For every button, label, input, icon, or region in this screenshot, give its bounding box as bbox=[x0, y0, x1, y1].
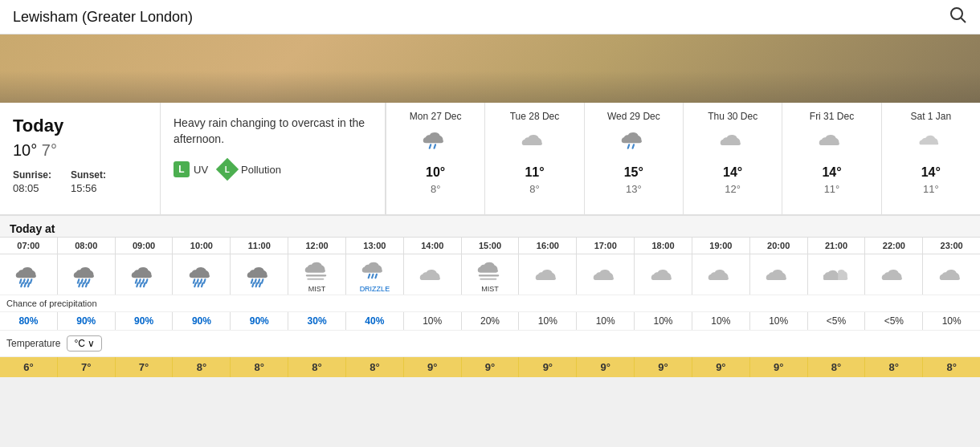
svg-line-23 bbox=[146, 279, 147, 282]
hourly-weather-icon bbox=[0, 254, 57, 295]
svg-line-21 bbox=[139, 279, 140, 282]
hourly-weather-icon bbox=[116, 254, 173, 295]
svg-line-24 bbox=[137, 283, 137, 286]
svg-line-10 bbox=[22, 283, 22, 286]
forecast-day-3: Thu 30 Dec 14° 12° bbox=[683, 103, 782, 214]
forecast-low-temp: 11° bbox=[923, 183, 939, 195]
hourly-time-label: 14:00 bbox=[404, 238, 461, 254]
precip-value-12: 10% bbox=[692, 312, 750, 330]
hourly-scroll-container[interactable]: 07:00 08:00 09:00 10:00 bbox=[0, 237, 980, 377]
precip-section: Chance of precipitation 80%90%90%90%90%3… bbox=[0, 295, 980, 330]
today-at-label: Today at bbox=[0, 216, 980, 237]
svg-line-5 bbox=[632, 144, 633, 148]
forecast-high-temp: 14° bbox=[822, 165, 841, 180]
svg-line-29 bbox=[200, 279, 201, 282]
today-low: 7° bbox=[42, 141, 57, 159]
hourly-weather-icon bbox=[58, 254, 115, 295]
sun-info: Sunrise: 08:05 Sunset: 15:56 bbox=[13, 169, 147, 195]
hero-image bbox=[0, 35, 980, 103]
hourly-col-8: 15:00 MIST bbox=[462, 238, 520, 295]
forecast-low-temp: 8° bbox=[431, 183, 440, 195]
svg-line-28 bbox=[197, 279, 198, 282]
forecast-low-temp: 8° bbox=[529, 183, 539, 195]
precip-value-9: 10% bbox=[519, 312, 577, 330]
hourly-time-label: 09:00 bbox=[116, 238, 173, 254]
svg-line-19 bbox=[86, 283, 87, 286]
temp-value-9: 9° bbox=[519, 357, 577, 377]
svg-line-26 bbox=[144, 283, 145, 286]
svg-line-40 bbox=[259, 283, 260, 286]
precip-value-2: 90% bbox=[116, 312, 174, 330]
pollution-badge: L Pollution bbox=[218, 160, 281, 179]
hourly-time-label: 10:00 bbox=[173, 238, 230, 254]
hourly-time-label: 19:00 bbox=[692, 238, 749, 254]
precip-value-3: 90% bbox=[173, 312, 231, 330]
svg-line-20 bbox=[136, 279, 137, 282]
hourly-col-15: 22:00 bbox=[865, 238, 923, 295]
forecast-weather-icon bbox=[521, 128, 547, 159]
svg-line-7 bbox=[24, 279, 25, 282]
precip-value-8: 20% bbox=[462, 312, 520, 330]
forecast-day-label: Mon 27 Dec bbox=[410, 111, 462, 122]
precip-values: 80%90%90%90%90%30%40%10%20%10%10%10%10%1… bbox=[0, 312, 980, 330]
svg-line-11 bbox=[25, 283, 26, 286]
svg-line-31 bbox=[194, 283, 195, 286]
svg-line-43 bbox=[369, 274, 370, 278]
forecast-day-label: Fri 31 Dec bbox=[810, 111, 854, 122]
hourly-weather-icon bbox=[923, 254, 980, 295]
hourly-col-10: 17:00 bbox=[577, 238, 635, 295]
temp-value-11: 9° bbox=[635, 357, 692, 377]
hourly-weather-icon bbox=[404, 254, 461, 295]
hourly-time-label: 23:00 bbox=[923, 238, 980, 254]
svg-line-33 bbox=[202, 283, 202, 286]
svg-line-18 bbox=[83, 283, 84, 286]
sunrise-label: Sunrise: bbox=[13, 169, 51, 181]
svg-line-44 bbox=[372, 274, 373, 278]
hourly-time-label: 13:00 bbox=[346, 238, 403, 254]
temp-value-8: 9° bbox=[462, 357, 520, 377]
temp-value-13: 9° bbox=[750, 357, 808, 377]
hourly-col-4: 11:00 bbox=[231, 238, 288, 295]
drizzle-label: DRIZZLE bbox=[360, 285, 390, 293]
forecast-weather-icon bbox=[720, 128, 745, 159]
temp-value-6: 8° bbox=[346, 357, 404, 377]
svg-line-36 bbox=[258, 279, 259, 282]
svg-point-0 bbox=[951, 8, 962, 19]
temp-unit-button[interactable]: °C ∨ bbox=[67, 335, 102, 352]
hourly-weather-icon: MIST bbox=[462, 254, 519, 295]
svg-line-4 bbox=[628, 144, 629, 148]
forecast-low-temp: 12° bbox=[725, 183, 741, 195]
search-button[interactable] bbox=[949, 6, 967, 27]
hourly-weather-icon bbox=[692, 254, 749, 295]
hourly-section: Today at 07:00 08:00 09:00 bbox=[0, 214, 980, 377]
forecast-day-label: Thu 30 Dec bbox=[708, 111, 757, 122]
temp-value-12: 9° bbox=[692, 357, 750, 377]
svg-line-32 bbox=[198, 283, 199, 286]
svg-line-30 bbox=[204, 279, 205, 282]
precip-value-16: 10% bbox=[923, 312, 980, 330]
temp-value-14: 8° bbox=[808, 357, 866, 377]
hourly-col-0: 07:00 bbox=[0, 238, 58, 295]
temp-value-16: 8° bbox=[923, 357, 980, 377]
sunset-item: Sunset: 15:56 bbox=[71, 169, 106, 195]
forecast-high-temp: 10° bbox=[426, 165, 445, 180]
hourly-weather-icon bbox=[231, 254, 288, 295]
forecast-day-1: Tue 28 Dec 11° 8° bbox=[484, 103, 583, 214]
hourly-time-label: 15:00 bbox=[462, 238, 519, 254]
temp-value-10: 9° bbox=[577, 357, 635, 377]
hourly-time-label: 11:00 bbox=[231, 238, 288, 254]
sunset-label: Sunset: bbox=[71, 169, 106, 181]
app-header: Lewisham (Greater London) bbox=[0, 0, 980, 35]
hourly-weather-icon bbox=[808, 254, 865, 295]
hourly-time-label: 22:00 bbox=[865, 238, 922, 254]
temp-value-3: 8° bbox=[173, 357, 231, 377]
forecast-high-temp: 14° bbox=[921, 165, 941, 180]
hourly-weather-icon bbox=[635, 254, 692, 295]
forecast-day-label: Tue 28 Dec bbox=[510, 111, 560, 122]
svg-line-35 bbox=[255, 279, 255, 282]
temp-label: Temperature bbox=[6, 338, 60, 349]
svg-line-27 bbox=[194, 279, 194, 282]
hourly-weather-icon bbox=[173, 254, 230, 295]
forecast-high-temp: 11° bbox=[525, 165, 544, 180]
forecast-day-2: Wed 29 Dec 15° 13° bbox=[584, 103, 683, 214]
